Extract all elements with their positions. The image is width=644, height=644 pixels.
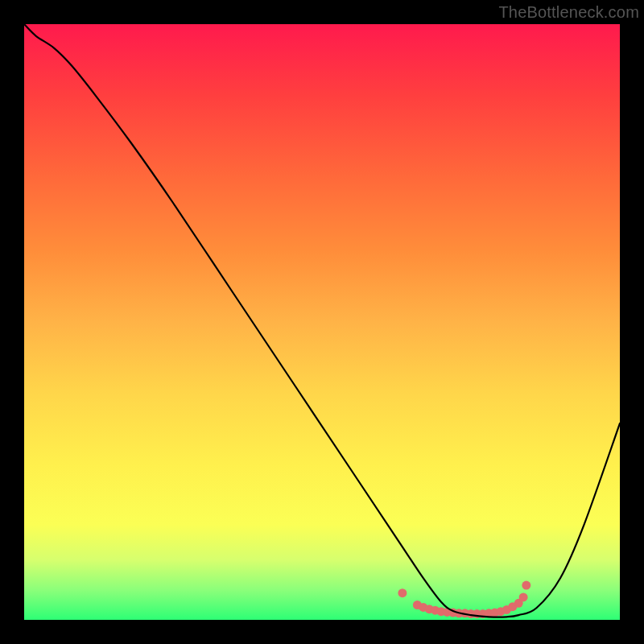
watermark-text: TheBottleneck.com [498, 3, 639, 22]
highlight-dot [522, 581, 530, 590]
highlight-dot [398, 588, 407, 597]
chart-svg [24, 24, 620, 620]
highlight-dot [519, 592, 528, 601]
bottleneck-curve [24, 24, 620, 617]
plot-area [24, 24, 620, 620]
chart-frame: TheBottleneck.com [0, 0, 644, 644]
highlight-dots-group [398, 581, 530, 619]
